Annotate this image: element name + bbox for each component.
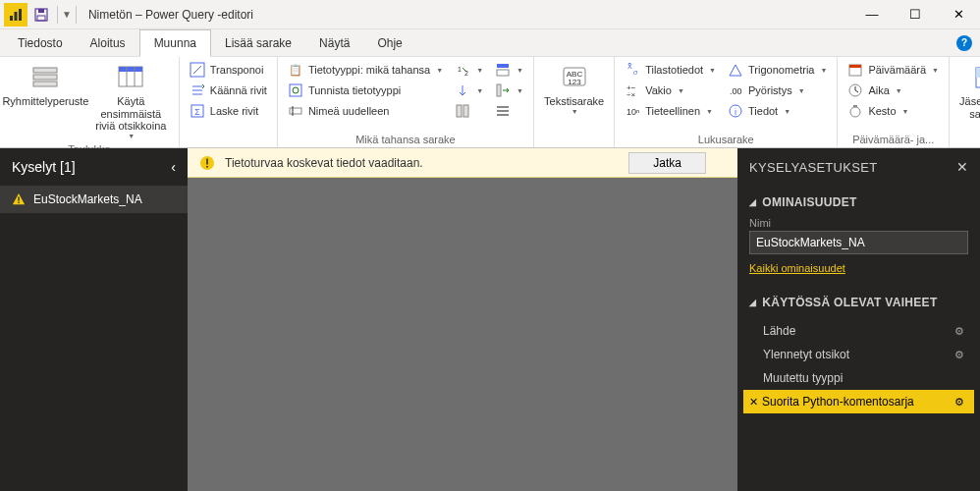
paivamaara-button[interactable]: Päivämäärä▼ [844, 60, 943, 80]
aika-button[interactable]: Aika▼ [844, 81, 943, 100]
svg-point-17 [293, 87, 299, 93]
pyoristys-button[interactable]: .00Pyöristys▼ [724, 81, 831, 100]
jasennetty-sarake-button[interactable]: Jäsennetty sarake ▼ [955, 60, 980, 129]
step-python[interactable]: ✕Suorita Python-komentosarja⚙ [743, 390, 974, 413]
svg-rect-51 [18, 202, 19, 203]
svg-text:i: i [735, 107, 736, 117]
svg-rect-8 [33, 82, 57, 86]
vakio-button[interactable]: +−÷×Vakio▼ [621, 81, 720, 100]
pivot-button[interactable] [451, 101, 487, 121]
tab-aloitus[interactable]: Aloitus [77, 30, 139, 56]
info-bar: Tietoturvaa koskevat tiedot vaaditaan. J… [188, 148, 737, 178]
properties-section[interactable]: ◢OMINAISUUDET [749, 190, 968, 215]
query-item[interactable]: EuStockMarkets_NA [0, 186, 188, 213]
queries-header: Kyselyt [1] ‹ [0, 148, 188, 186]
svg-rect-27 [497, 106, 509, 108]
ryhmittelyperuste-button[interactable]: Ryhmittelyperuste [6, 60, 85, 110]
svg-rect-54 [206, 166, 208, 168]
gear-icon[interactable]: ⚙ [954, 396, 964, 409]
content: Kyselyt [1] ‹ EuStockMarkets_NA Tietotur… [0, 148, 980, 491]
delete-step-icon[interactable]: ✕ [749, 396, 758, 409]
tolist-button[interactable] [491, 101, 527, 121]
tekstisarake-button[interactable]: ABC123 Tekstisarake ▼ [540, 60, 608, 117]
divider [76, 6, 77, 24]
collapse-icon[interactable]: ‹ [171, 159, 176, 175]
qat-dropdown[interactable]: ▼ [62, 9, 72, 20]
svg-text:X̄: X̄ [627, 63, 632, 70]
gear-icon[interactable]: ⚙ [954, 349, 964, 361]
unpivot-button[interactable]: ▼ [491, 60, 527, 80]
close-icon[interactable]: ✕ [956, 159, 968, 175]
save-button[interactable] [29, 3, 53, 27]
svg-rect-26 [497, 84, 501, 96]
tab-lisaa[interactable]: Lisää sarake [211, 30, 305, 56]
svg-rect-24 [497, 64, 509, 68]
svg-rect-16 [290, 84, 301, 96]
warning-icon [12, 192, 26, 206]
svg-rect-5 [37, 16, 45, 21]
queries-pane: Kyselyt [1] ‹ EuStockMarkets_NA [0, 148, 188, 491]
nimea-button[interactable]: Nimeä uudelleen [284, 101, 447, 121]
svg-rect-4 [38, 9, 44, 13]
svg-rect-23 [463, 105, 468, 117]
svg-text:Σ: Σ [194, 107, 200, 117]
divider [57, 6, 58, 24]
svg-rect-0 [10, 16, 13, 21]
step-muutettu[interactable]: Muutettu tyyppi [743, 366, 974, 390]
move-button[interactable]: ▼ [491, 81, 527, 100]
ribbon: Ryhmittelyperuste Käytä ensimmäistä rivi… [0, 57, 980, 148]
svg-rect-2 [19, 9, 22, 21]
all-properties-link[interactable]: Kaikki ominaisuudet [749, 254, 845, 282]
svg-rect-42 [849, 65, 861, 68]
svg-rect-25 [497, 70, 509, 76]
name-label: Nimi [749, 215, 968, 231]
applied-steps-section[interactable]: ◢KÄYTÖSSÄ OLEVAT VAIHEET [749, 290, 968, 315]
svg-text:÷×: ÷× [626, 90, 635, 98]
svg-rect-6 [33, 68, 57, 73]
help-icon[interactable]: ? [956, 35, 972, 51]
kaanna-rivit-button[interactable]: Käännä rivit [186, 81, 271, 100]
minimize-button[interactable]: — [850, 0, 894, 29]
tab-muunna[interactable]: Muunna [139, 29, 211, 57]
tab-nayta[interactable]: Näytä [305, 30, 363, 56]
step-ylennetyt[interactable]: Ylennetyt otsikot⚙ [743, 343, 974, 366]
replace-button[interactable]: 12▼ [451, 60, 487, 80]
tilastotiedot-button[interactable]: X̄σTilastotiedot▼ [621, 60, 720, 80]
svg-rect-53 [206, 158, 208, 164]
trigonometria-button[interactable]: Trigonometria▼ [724, 60, 831, 80]
tunnista-button[interactable]: Tunnista tietotyyppi [284, 81, 447, 100]
tab-ohje[interactable]: Ohje [363, 30, 415, 56]
transponoi-button[interactable]: Transponoi [186, 60, 271, 80]
kesto-button[interactable]: Kesto▼ [844, 101, 943, 121]
query-settings-pane: KYSELYASETUKSET ✕ ◢OMINAISUUDET Nimi Kai… [737, 148, 980, 491]
jatka-button[interactable]: Jatka [628, 152, 706, 174]
titlebar: ▼ Nimetön – Power Query -editori — ☐ ✕ [0, 0, 980, 29]
svg-text:123: 123 [568, 78, 581, 86]
name-input[interactable] [749, 231, 968, 254]
ensimmainen-rivi-button[interactable]: Käytä ensimmäistä riviä otsikkoina ▼ [89, 60, 173, 141]
fill-button[interactable]: ▼ [451, 81, 487, 100]
svg-rect-22 [457, 105, 462, 117]
svg-rect-18 [290, 108, 301, 114]
tietotyyppi-button[interactable]: 📋Tietotyyppi: mikä tahansa▼ [284, 60, 447, 80]
tab-tiedosto[interactable]: Tiedosto [4, 30, 77, 56]
svg-rect-47 [976, 68, 980, 78]
settings-header: KYSELYASETUKSET ✕ [737, 148, 980, 186]
shield-warning-icon [199, 155, 215, 171]
preview-pane: Tietoturvaa koskevat tiedot vaaditaan. J… [188, 148, 737, 491]
window-title: Nimetön – Power Query -editori [88, 8, 253, 22]
step-lahde[interactable]: Lähde⚙ [743, 319, 974, 343]
maximize-button[interactable]: ☐ [894, 0, 937, 29]
close-button[interactable]: ✕ [937, 0, 980, 29]
tiedot-button[interactable]: iTiedot▼ [724, 101, 831, 121]
svg-rect-50 [18, 196, 19, 200]
app-icon [4, 3, 27, 27]
svg-rect-29 [497, 114, 509, 116]
svg-point-44 [850, 107, 860, 117]
tieteellinen-button[interactable]: 10ⁿTieteellinen▼ [621, 101, 720, 121]
gear-icon[interactable]: ⚙ [954, 325, 964, 338]
svg-rect-7 [33, 75, 57, 80]
laske-rivit-button[interactable]: ΣLaske rivit [186, 101, 271, 121]
svg-text:2: 2 [464, 70, 468, 77]
menubar: Tiedosto Aloitus Muunna Lisää sarake Näy… [0, 29, 980, 57]
